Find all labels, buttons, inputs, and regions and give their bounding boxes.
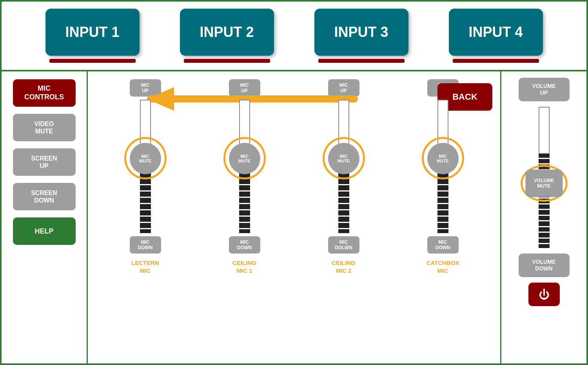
ceiling2-mic-down-button[interactable]: MICDOLWN [328, 236, 359, 254]
ceiling1-label: CEILINGMIC 1 [232, 259, 256, 274]
volume-up-button[interactable]: VOLUMEUP [519, 78, 570, 101]
catchbox-mic-down-button[interactable]: MICDOWN [427, 236, 459, 254]
ceiling1-mic-mute-button[interactable]: MICMUTE [229, 143, 260, 174]
catchbox-fader: MICMUTE [433, 100, 453, 233]
power-icon: ⏻ [539, 288, 550, 301]
power-button[interactable]: ⏻ [528, 283, 560, 306]
ceiling2-mic-up-button[interactable]: MICUP [328, 79, 359, 97]
input-group-2: INPUT 2 [180, 9, 274, 63]
ceiling2-label: CEILINGMIC 2 [332, 259, 356, 274]
help-button[interactable]: HELP [13, 217, 76, 245]
volume-fader-white [539, 107, 550, 154]
input-1-underline [49, 59, 136, 63]
input-2-button[interactable]: INPUT 2 [180, 9, 274, 56]
catchbox-mic-mute-button[interactable]: MICMUTE [427, 143, 459, 174]
input-3-button[interactable]: INPUT 3 [314, 9, 408, 56]
left-sidebar: MICCONTROLS VIDEOMUTE SCREENUP SCREENDOW… [2, 71, 88, 363]
channel-ceiling2: MICUP MICMUTE MICDOLWN CEILINGMIC [316, 79, 371, 274]
main-area: BACK MICUP MIC [88, 71, 500, 363]
lectern-mic-up-button[interactable]: MICUP [130, 79, 161, 97]
input-4-underline [453, 59, 539, 63]
ceiling1-mic-down-button[interactable]: MICDOWN [229, 236, 260, 254]
catchbox-label: CATCHBOXMIC [426, 259, 459, 274]
channel-ceiling1: MICUP MICMUTE MICDOWN CEILINGMIC 1 [217, 79, 272, 274]
ceiling2-fader: MICMUTE [334, 100, 354, 233]
ceiling1-fader: MICMUTE [235, 100, 254, 233]
input-3-underline [318, 59, 405, 63]
input-group-4: INPUT 4 [449, 9, 543, 63]
volume-fader-black [539, 154, 550, 248]
lectern-mic-down-button[interactable]: MICDOWN [130, 236, 161, 254]
top-section: INPUT 1 INPUT 2 INPUT 3 INPUT 4 [2, 2, 586, 71]
input-4-button[interactable]: INPUT 4 [449, 9, 543, 56]
input-1-button[interactable]: INPUT 1 [45, 9, 140, 56]
mic-channels-wrapper: MICUP MICMUTE MICDOWN LECTERNMIC [96, 75, 492, 360]
channel-lectern: MICUP MICMUTE MICDOWN LECTERNMIC [118, 79, 173, 274]
input-group-1: INPUT 1 [45, 9, 140, 63]
input-2-underline [184, 59, 270, 63]
volume-down-button[interactable]: VOLUMEDOWN [519, 254, 570, 277]
lectern-mic-mute-button[interactable]: MICMUTE [130, 143, 161, 174]
volume-fader: VOLUMEMUTE [534, 107, 554, 248]
lectern-label: LECTERNMIC [131, 259, 159, 274]
mic-controls-button[interactable]: MICCONTROLS [13, 79, 76, 107]
screen-up-button[interactable]: SCREENUP [13, 148, 76, 176]
bottom-section: MICCONTROLS VIDEOMUTE SCREENUP SCREENDOW… [2, 71, 586, 363]
video-mute-button[interactable]: VIDEOMUTE [13, 114, 76, 141]
lectern-fader: MICMUTE [136, 100, 155, 233]
right-sidebar: VOLUMEUP VOLUMEMUTE VOLUMEDOWN ⏻ [500, 71, 586, 363]
volume-mute-button[interactable]: VOLUMEMUTE [525, 170, 563, 197]
screen-down-button[interactable]: SCREENDOWN [13, 183, 76, 210]
ceiling2-mic-mute-button[interactable]: MICMUTE [328, 143, 359, 174]
ceiling1-mic-up-button[interactable]: MICUP [229, 79, 260, 97]
input-group-3: INPUT 3 [314, 9, 408, 63]
